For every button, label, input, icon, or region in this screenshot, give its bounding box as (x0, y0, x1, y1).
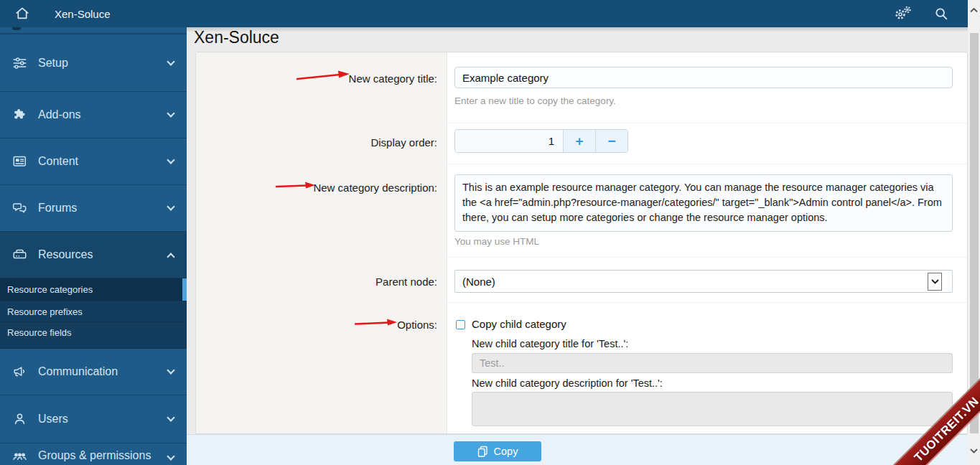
main-content: Xen-Soluce New category title: Enter a n… (187, 27, 968, 465)
child-description-textarea (472, 392, 953, 426)
user-group-icon (10, 449, 29, 465)
decrement-button[interactable]: − (595, 130, 627, 152)
copy-child-category-label: Copy child category (472, 318, 566, 330)
sidebar-item-label: Forums (38, 202, 77, 215)
chat-bubbles-icon (10, 199, 29, 217)
topbar: Xen-Soluce (0, 0, 968, 27)
new-category-description-textarea[interactable]: This is an example resource manager cate… (454, 174, 953, 232)
display-order-stepper: + − (454, 129, 628, 153)
chevron-up-icon (167, 253, 174, 260)
selected-option: (None) (462, 276, 495, 288)
sidebar-item-communication[interactable]: Communication (0, 348, 187, 395)
sidebar-item-label: Users (38, 413, 68, 426)
sidebar-item-label: Setup (38, 57, 68, 70)
form-panel: New category title: Enter a new title to… (195, 52, 968, 434)
gears-icon[interactable] (893, 5, 913, 22)
row-divider (447, 123, 967, 123)
chevron-down-icon (167, 366, 174, 374)
chevron-down-icon (167, 413, 174, 421)
sidebar-item-content[interactable]: Content (0, 138, 187, 184)
sidebar-item-users[interactable]: Users (0, 395, 187, 443)
drive-icon (10, 246, 29, 263)
scrollbar-thumb[interactable] (970, 33, 979, 433)
field-label-new-category-description: New category description: (196, 182, 447, 194)
subitem-label: Resource fields (7, 327, 72, 338)
sidebar-subitem-resource-prefixes[interactable]: Resource prefixes (0, 301, 187, 321)
sidebar-item-forums[interactable]: Forums (0, 184, 187, 231)
sidebar-item-label: Content (38, 155, 78, 168)
sidebar-item-setup[interactable]: Setup (0, 34, 187, 91)
user-icon (10, 410, 29, 428)
form-label-column (196, 52, 447, 433)
description-hint: You may use HTML (454, 236, 539, 247)
home-icon[interactable] (14, 6, 30, 22)
chevron-down-icon (167, 202, 174, 210)
display-order-input[interactable] (455, 130, 563, 152)
field-label-new-category-title: New category title: (196, 72, 447, 85)
search-icon[interactable] (933, 6, 949, 22)
select-dropdown-button[interactable] (928, 273, 942, 291)
sidebar-item-label: Resources (38, 248, 93, 261)
subitem-label: Resource categories (7, 284, 93, 295)
sidebar-item-label: Communication (38, 365, 118, 378)
newspaper-icon (10, 153, 29, 170)
resources-submenu: Resource categories Resource prefixes Re… (0, 278, 187, 348)
sidebar-item-label: Groups & permissions (38, 449, 151, 462)
chevron-down-icon (167, 57, 174, 65)
puzzle-icon (10, 106, 29, 123)
row-divider (447, 164, 967, 164)
active-indicator (182, 278, 187, 301)
sidebar-item-groups-permissions[interactable]: Groups & permissions (0, 443, 187, 465)
copy-icon (477, 446, 488, 457)
copy-button[interactable]: Copy (454, 441, 541, 461)
field-label-options: Options: (196, 319, 447, 331)
sidebar-item-label: Add-ons (38, 108, 81, 121)
subitem-label: Resource prefixes (7, 306, 83, 317)
megaphone-icon (10, 363, 29, 380)
child-title-label: New child category title for 'Test..': (472, 338, 628, 349)
chevron-down-icon (167, 156, 174, 164)
partial-icon (12, 27, 21, 30)
scroll-up-arrow[interactable] (968, 3, 980, 17)
page-title: Xen-Soluce (194, 28, 279, 47)
app-title: Xen-Soluce (55, 8, 111, 20)
sidebar: Setup Add-ons Content Forums Resources R… (0, 27, 187, 465)
increment-button[interactable]: + (563, 130, 595, 152)
sliders-icon (10, 55, 29, 72)
child-title-input (472, 353, 953, 373)
child-description-label: New child category description for 'Test… (472, 377, 663, 389)
chevron-down-icon (167, 452, 174, 460)
parent-node-select[interactable]: (None) (454, 270, 953, 293)
row-divider (447, 302, 967, 303)
field-label-display-order: Display order: (196, 136, 447, 149)
sidebar-item-resources[interactable]: Resources (0, 231, 187, 278)
title-hint: Enter a new title to copy the category. (454, 95, 616, 106)
sidebar-subitem-resource-categories[interactable]: Resource categories (0, 278, 187, 301)
scroll-down-arrow[interactable] (968, 443, 980, 458)
field-label-parent-node: Parent node: (196, 276, 447, 288)
row-divider (447, 257, 967, 258)
copy-child-category-checkbox[interactable] (456, 320, 465, 329)
chevron-down-icon (167, 109, 174, 117)
copy-button-label: Copy (494, 446, 518, 457)
new-category-title-input[interactable] (454, 67, 953, 88)
sidebar-item-addons[interactable]: Add-ons (0, 91, 187, 138)
partially-scrolled-item (0, 27, 187, 34)
form-footer: Copy (187, 434, 968, 465)
sidebar-subitem-resource-fields[interactable]: Resource fields (0, 321, 187, 342)
